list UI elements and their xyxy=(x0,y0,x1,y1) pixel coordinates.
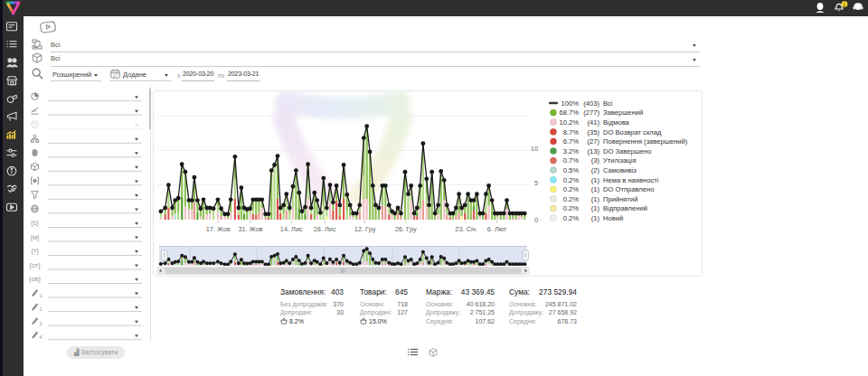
svg-text:(403): (403) xyxy=(583,99,599,108)
svg-text:(1): (1) xyxy=(591,185,600,193)
svg-text:Прийнятий: Прийнятий xyxy=(603,195,637,203)
svg-text:2: 2 xyxy=(40,306,42,312)
svg-text:14. Лис: 14. Лис xyxy=(280,225,303,233)
svg-text:1: 1 xyxy=(40,293,42,298)
svg-text:Завершений: Завершений xyxy=(603,108,643,117)
svg-text:10: 10 xyxy=(531,145,538,153)
svg-text:DO Возврат склад: DO Возврат склад xyxy=(603,128,662,136)
svg-text:0.2%: 0.2% xyxy=(563,204,580,212)
svg-text:DO Завершено: DO Завершено xyxy=(603,147,651,155)
svg-text:?: ? xyxy=(33,122,37,127)
svg-text:{ов}: {ов} xyxy=(29,275,42,283)
svg-text:(27): (27) xyxy=(587,137,599,146)
svg-text:0: 0 xyxy=(534,216,538,224)
svg-text:(277): (277) xyxy=(583,108,599,117)
svg-text:6.7%: 6.7% xyxy=(563,137,580,146)
svg-text:{от}: {от} xyxy=(29,261,41,269)
svg-text:10.2%: 10.2% xyxy=(559,118,579,127)
svg-text:Повернення (завершений): Повернення (завершений) xyxy=(603,137,688,146)
svg-text:Нема в наявності: Нема в наявності xyxy=(603,176,659,184)
svg-text:Відправлений: Відправлений xyxy=(603,204,647,212)
svg-text:Утилізація: Утилізація xyxy=(603,156,637,164)
svg-text:8.7%: 8.7% xyxy=(563,128,580,136)
svg-text:0.7%: 0.7% xyxy=(563,156,580,164)
svg-text:28. Лис: 28. Лис xyxy=(314,225,336,233)
svg-text:(1): (1) xyxy=(591,195,600,203)
svg-text:17. Жов: 17. Жов xyxy=(206,225,231,233)
svg-text:12. Гру: 12. Гру xyxy=(354,225,376,233)
svg-text:26. Гру: 26. Гру xyxy=(395,225,417,233)
svg-text:6. Лют: 6. Лют xyxy=(487,225,507,233)
svg-text:0.2%: 0.2% xyxy=(563,214,580,222)
svg-text:DO Отправлено: DO Отправлено xyxy=(603,185,654,193)
svg-text:{s}: {s} xyxy=(31,219,39,227)
svg-text:5: 5 xyxy=(534,179,538,187)
svg-text:23. Січ: 23. Січ xyxy=(455,225,476,233)
svg-text:31. Жов: 31. Жов xyxy=(238,225,262,233)
svg-text:0.2%: 0.2% xyxy=(563,195,580,203)
svg-text:100%: 100% xyxy=(561,99,580,108)
svg-text:68.7%: 68.7% xyxy=(559,108,579,117)
svg-text:Відмова: Відмова xyxy=(603,118,630,127)
svg-text:(13): (13) xyxy=(587,147,599,155)
svg-text:0.2%: 0.2% xyxy=(563,176,580,184)
svg-text:(1): (1) xyxy=(591,176,600,184)
svg-text:0.2%: 0.2% xyxy=(563,185,580,193)
svg-text:(1): (1) xyxy=(591,214,600,222)
svg-text:{м}: {м} xyxy=(30,233,40,241)
svg-text:{т}: {т} xyxy=(31,247,39,255)
svg-text:17: 17 xyxy=(113,73,118,78)
svg-text:(35): (35) xyxy=(587,128,599,136)
svg-text:(41): (41) xyxy=(587,118,599,127)
svg-text:3.2%: 3.2% xyxy=(563,147,580,155)
svg-text:0.5%: 0.5% xyxy=(563,166,580,174)
svg-text:3: 3 xyxy=(40,321,42,326)
svg-text:Новий: Новий xyxy=(603,214,623,222)
svg-text:(1): (1) xyxy=(591,204,600,212)
svg-text:4: 4 xyxy=(40,334,42,340)
svg-text:(3): (3) xyxy=(591,156,600,164)
svg-text:Самовивіз: Самовивіз xyxy=(603,166,637,174)
svg-text:(2): (2) xyxy=(591,166,600,174)
svg-text:Всі: Всі xyxy=(603,99,613,108)
